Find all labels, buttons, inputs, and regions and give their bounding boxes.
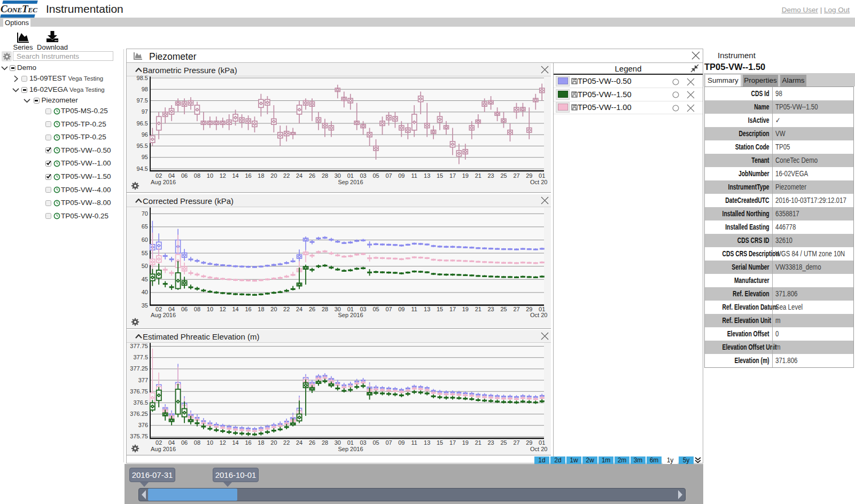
svg-text:13: 13 [424, 439, 430, 446]
svg-text:376.25: 376.25 [130, 411, 148, 417]
svg-text:19: 19 [462, 439, 469, 446]
svg-text:55: 55 [142, 250, 148, 256]
svg-text:07: 07 [385, 306, 392, 312]
svg-text:28: 28 [322, 439, 328, 446]
svg-text:18: 18 [258, 439, 264, 446]
svg-text:03: 03 [360, 172, 366, 179]
svg-text:14: 14 [232, 172, 238, 179]
svg-text:15: 15 [437, 172, 443, 179]
svg-text:05: 05 [372, 439, 379, 446]
svg-text:25: 25 [500, 172, 507, 179]
svg-text:376.75: 376.75 [130, 388, 148, 395]
svg-text:375.75: 375.75 [130, 433, 148, 439]
svg-text:01: 01 [539, 172, 545, 179]
svg-text:13: 13 [424, 172, 430, 179]
svg-text:25: 25 [500, 439, 507, 446]
svg-text:27: 27 [513, 439, 519, 446]
svg-text:01: 01 [347, 172, 354, 179]
svg-text:21: 21 [475, 439, 481, 446]
svg-text:22: 22 [283, 439, 290, 446]
svg-text:30: 30 [335, 172, 341, 179]
svg-text:95: 95 [142, 154, 148, 160]
svg-text:01: 01 [539, 439, 545, 446]
svg-text:50: 50 [142, 263, 148, 269]
svg-text:23: 23 [487, 306, 494, 312]
svg-text:21: 21 [475, 306, 481, 312]
svg-text:27: 27 [513, 306, 519, 312]
svg-text:24: 24 [296, 439, 302, 446]
svg-text:16: 16 [245, 172, 251, 179]
svg-text:08: 08 [194, 172, 200, 179]
svg-text:10: 10 [207, 306, 213, 312]
svg-text:Aug 2016: Aug 2016 [151, 312, 176, 318]
svg-text:11: 11 [411, 172, 417, 179]
svg-text:18: 18 [258, 172, 264, 179]
svg-text:96.5: 96.5 [137, 120, 148, 127]
svg-text:Oct 20: Oct 20 [530, 179, 547, 185]
svg-text:377.25: 377.25 [130, 365, 148, 372]
svg-text:21: 21 [475, 172, 481, 179]
svg-text:377.5: 377.5 [133, 354, 148, 360]
svg-text:23: 23 [487, 439, 494, 446]
svg-text:376: 376 [138, 422, 148, 428]
svg-text:04: 04 [168, 172, 175, 179]
svg-text:19: 19 [462, 306, 469, 312]
svg-text:24: 24 [296, 172, 302, 179]
svg-text:20: 20 [270, 306, 277, 312]
svg-text:28: 28 [322, 306, 328, 312]
svg-text:09: 09 [398, 439, 405, 446]
svg-text:02: 02 [156, 439, 162, 446]
svg-text:05: 05 [372, 172, 379, 179]
svg-text:98.5: 98.5 [137, 75, 148, 81]
svg-text:13: 13 [424, 306, 430, 312]
svg-text:22: 22 [283, 306, 290, 312]
svg-text:10: 10 [207, 439, 213, 446]
svg-text:09: 09 [398, 172, 405, 179]
svg-text:97.5: 97.5 [137, 97, 148, 104]
svg-text:08: 08 [194, 306, 200, 312]
svg-text:Sep 2016: Sep 2016 [338, 179, 363, 185]
svg-text:14: 14 [232, 306, 238, 312]
svg-text:Aug 2016: Aug 2016 [151, 446, 176, 452]
svg-text:16: 16 [245, 439, 251, 446]
svg-text:12: 12 [220, 439, 226, 446]
svg-text:27: 27 [513, 172, 519, 179]
svg-text:26: 26 [309, 306, 315, 312]
svg-text:60: 60 [142, 237, 148, 243]
svg-text:376.5: 376.5 [133, 399, 148, 406]
svg-text:07: 07 [385, 172, 392, 179]
svg-text:96: 96 [142, 131, 148, 138]
svg-text:22: 22 [283, 172, 290, 179]
svg-text:08: 08 [194, 439, 200, 446]
svg-text:10: 10 [207, 172, 213, 179]
svg-text:Oct 20: Oct 20 [530, 446, 547, 452]
svg-text:Oct 20: Oct 20 [530, 312, 547, 318]
svg-text:18: 18 [258, 306, 264, 312]
svg-text:20: 20 [270, 439, 277, 446]
svg-text:95.5: 95.5 [137, 143, 148, 149]
svg-text:15: 15 [437, 439, 443, 446]
svg-text:17: 17 [449, 439, 456, 446]
svg-text:20: 20 [270, 172, 277, 179]
svg-text:30: 30 [335, 439, 341, 446]
svg-text:17: 17 [449, 172, 456, 179]
svg-text:02: 02 [156, 172, 162, 179]
svg-text:17: 17 [449, 306, 456, 312]
svg-text:28: 28 [322, 172, 328, 179]
svg-text:19: 19 [462, 172, 469, 179]
svg-text:Aug 2016: Aug 2016 [151, 179, 176, 185]
svg-text:14: 14 [232, 439, 238, 446]
svg-text:09: 09 [398, 306, 405, 312]
svg-text:06: 06 [181, 439, 188, 446]
svg-text:05: 05 [372, 306, 379, 312]
svg-text:377.75: 377.75 [130, 343, 148, 349]
svg-text:23: 23 [487, 172, 494, 179]
svg-text:26: 26 [309, 172, 315, 179]
svg-text:15: 15 [437, 306, 443, 312]
svg-text:29: 29 [526, 439, 532, 446]
svg-text:06: 06 [181, 306, 188, 312]
svg-text:40: 40 [142, 289, 148, 295]
svg-text:12: 12 [220, 172, 226, 179]
svg-text:45: 45 [142, 276, 148, 282]
svg-text:12: 12 [220, 306, 226, 312]
